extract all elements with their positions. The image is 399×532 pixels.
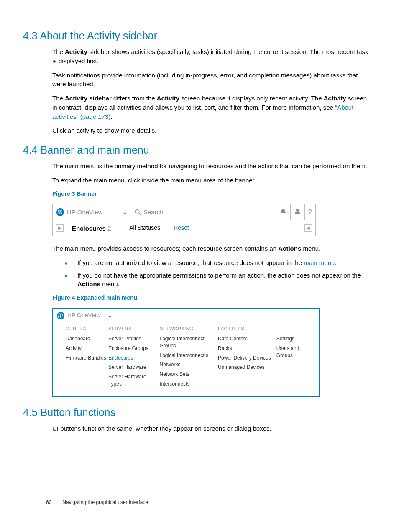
menu-item-firmware-bundles[interactable]: Firmware Bundles	[66, 355, 108, 362]
user-icon: 👤︎	[294, 207, 301, 217]
svg-point-1	[135, 210, 139, 213]
svg-line-2	[139, 213, 141, 215]
page-footer: 60 Navigating the graphical user interfa…	[46, 499, 148, 506]
menu-col-header: GENERAL	[66, 326, 108, 332]
menu-item-settings[interactable]: Settings	[276, 335, 316, 342]
menu-item-network-sets[interactable]: Network Sets	[160, 371, 218, 378]
menu-item-dashboard[interactable]: Dashboard	[66, 335, 108, 342]
chevron-down-icon: ⌵	[108, 312, 112, 319]
heading-4-3: 4.3 About the Activity sidebar	[23, 28, 376, 43]
paragraph: To expand the main menu, click inside th…	[52, 176, 372, 185]
search-icon	[135, 209, 141, 215]
chapter-title: Navigating the graphical user interface	[62, 499, 148, 505]
menu-item-interconnects[interactable]: Interconnects	[160, 380, 218, 388]
menu-item-data-centers[interactable]: Data Centers	[218, 335, 276, 342]
menu-col-header: SERVERS	[108, 326, 160, 332]
search-input[interactable]: Search	[131, 204, 276, 220]
chevron-down-icon: ⌄	[162, 225, 166, 232]
menu-item-users-groups[interactable]: Users and Groups	[276, 345, 316, 359]
paragraph: The Activity sidebar differs from the Ac…	[52, 94, 372, 121]
menu-col-header	[276, 326, 316, 332]
collapse-flyout-button[interactable]: ◀	[304, 224, 312, 232]
notifications-button[interactable]: 🔔︎	[276, 204, 290, 220]
paragraph: Click an activity to show more details.	[52, 126, 372, 135]
menu-item-activity[interactable]: Activity	[66, 345, 108, 352]
menu-item-lig[interactable]: Logical Interconnect Groups	[160, 335, 218, 350]
main-menu-trigger[interactable]: HP OneView ⌵	[53, 309, 319, 321]
menu-item-server-profiles[interactable]: Server Profiles	[108, 335, 160, 342]
menu-item-server-hardware-types[interactable]: Server Hardware Types	[108, 373, 160, 388]
menu-col-header: FACILITIES	[218, 326, 276, 332]
product-label: HP OneView	[67, 208, 102, 216]
menu-item-racks[interactable]: Racks	[218, 345, 276, 352]
chevron-down-icon: ⌵	[123, 208, 127, 216]
resource-count: 2	[107, 224, 111, 233]
search-placeholder: Search	[143, 208, 164, 216]
figure-4-caption: Figure 4 Expanded main menu	[52, 294, 376, 302]
main-menu-trigger[interactable]: HP OneView ⌵	[53, 204, 131, 220]
hp-logo-icon	[56, 208, 64, 216]
bullet-item: If you do not have the appropriate permi…	[65, 271, 376, 289]
heading-4-4: 4.4 Banner and main menu	[23, 143, 376, 157]
menu-item-enclosure-groups[interactable]: Enclosure Groups	[108, 345, 160, 352]
paragraph: The main menu provides access to resourc…	[52, 244, 372, 253]
page-number: 60	[46, 499, 61, 506]
paragraph: UI buttons function the same, whether th…	[52, 424, 372, 433]
menu-item-enclosures[interactable]: Enclosures	[108, 355, 160, 362]
paragraph: Task notifications provide information (…	[52, 71, 372, 89]
paragraph: The Activity sidebar shows activities (s…	[52, 47, 372, 66]
heading-4-5: 4.5 Button functions	[23, 405, 376, 420]
menu-item-server-hardware[interactable]: Server Hardware	[108, 364, 160, 371]
expand-flyout-button[interactable]: ▶	[56, 224, 64, 232]
status-filter[interactable]: All Statuses	[129, 224, 160, 232]
session-button[interactable]: 👤︎	[290, 204, 304, 220]
menu-item-unmanaged[interactable]: Unmanaged Devices	[218, 364, 276, 371]
help-icon: ?	[308, 207, 312, 217]
menu-item-pdd[interactable]: Power Delivery Devices	[218, 355, 276, 362]
link-main-menu[interactable]: main menu.	[304, 259, 336, 266]
menu-item-networks[interactable]: Networks	[160, 361, 218, 368]
bell-icon: 🔔︎	[280, 207, 287, 217]
help-button[interactable]: ?	[304, 204, 315, 220]
bullet-item: If you are not authorized to view a reso…	[65, 258, 376, 267]
resource-label: Enclosures	[72, 224, 106, 233]
hp-logo-icon	[56, 311, 65, 320]
figure-3-caption: Figure 3 Banner	[52, 190, 376, 198]
menu-col-header: NETWORKING	[160, 326, 218, 332]
reset-link[interactable]: Reset	[174, 224, 189, 232]
figure-4-expanded-menu: HP OneView ⌵ GENERAL Dashboard Activity …	[52, 308, 320, 397]
product-label: HP OneView	[67, 311, 101, 320]
paragraph: The main menu is the primary method for …	[52, 162, 372, 171]
menu-item-li[interactable]: Logical Interconnect s	[160, 352, 218, 359]
figure-3-banner: HP OneView ⌵ Search 🔔︎ 👤︎ ? ▶ Enclosures…	[52, 204, 316, 236]
